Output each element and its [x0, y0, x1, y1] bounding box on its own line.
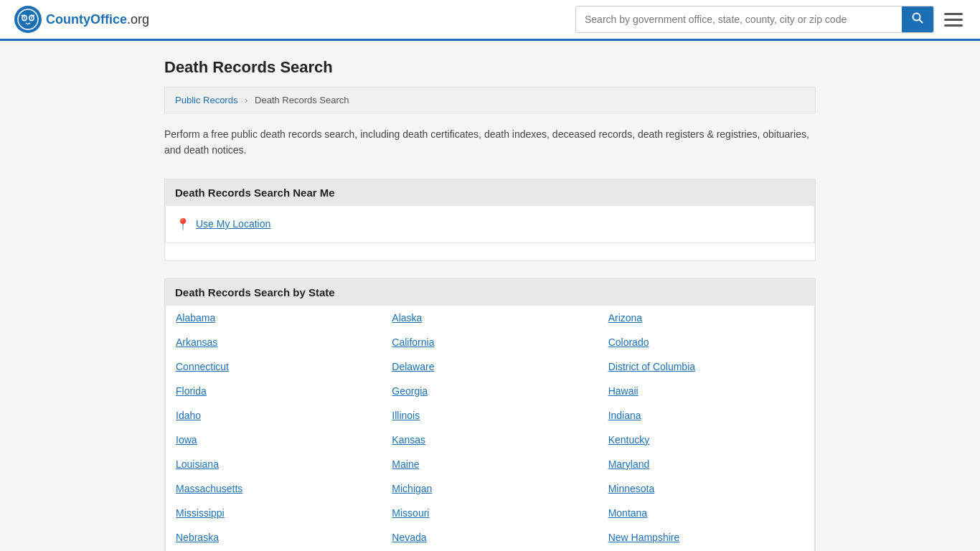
menu-line-1 [944, 13, 963, 15]
state-link[interactable]: Indiana [598, 403, 814, 428]
page-description: Perform a free public death records sear… [164, 126, 816, 159]
logo-text: CountyOffice.org [46, 12, 149, 27]
menu-button[interactable] [941, 10, 966, 29]
breadcrumb-separator: › [245, 95, 248, 105]
state-link[interactable]: Alabama [166, 306, 382, 330]
svg-line-9 [920, 20, 923, 24]
state-link[interactable]: Nebraska [166, 525, 382, 550]
state-link[interactable]: Connecticut [166, 354, 382, 379]
state-link[interactable]: Georgia [382, 379, 598, 403]
state-link[interactable]: Arkansas [166, 330, 382, 354]
state-link[interactable]: Hawaii [598, 379, 814, 403]
state-link[interactable]: Minnesota [598, 476, 814, 501]
state-link[interactable]: Maine [382, 452, 598, 476]
state-link[interactable]: Massachusetts [166, 476, 382, 501]
near-me-heading: Death Records Search Near Me [165, 179, 815, 206]
svg-point-8 [913, 14, 920, 21]
main-content: Death Records Search Public Records › De… [153, 58, 827, 551]
state-link[interactable]: Kansas [382, 428, 598, 452]
search-bar [575, 6, 934, 33]
state-link[interactable]: Nevada [382, 525, 598, 550]
use-my-location-link[interactable]: Use My Location [196, 218, 270, 230]
state-link[interactable]: Florida [166, 379, 382, 403]
breadcrumb: Public Records › Death Records Search [164, 87, 816, 113]
state-link[interactable]: Colorado [598, 330, 814, 354]
search-icon [912, 12, 923, 24]
by-state-heading: Death Records Search by State [165, 279, 815, 306]
state-link[interactable]: Michigan [382, 476, 598, 501]
page-title: Death Records Search [164, 58, 816, 77]
state-link[interactable]: Maryland [598, 452, 814, 476]
state-grid: AlabamaAlaskaArizonaArkansasCaliforniaCo… [166, 306, 814, 551]
logo-icon [14, 6, 42, 33]
breadcrumb-link-public-records[interactable]: Public Records [175, 95, 237, 105]
menu-line-3 [944, 24, 963, 27]
state-link[interactable]: Mississippi [166, 501, 382, 525]
by-state-section: Death Records Search by State AlabamaAla… [164, 278, 816, 551]
state-link[interactable]: Montana [598, 501, 814, 525]
logo[interactable]: CountyOffice.org [14, 6, 149, 33]
state-link[interactable]: Delaware [382, 354, 598, 379]
state-link[interactable]: Arizona [598, 306, 814, 330]
site-header: CountyOffice.org [0, 0, 980, 41]
location-pin-icon: 📍 [176, 217, 190, 231]
search-input[interactable] [576, 8, 902, 31]
location-row: 📍 Use My Location [176, 217, 804, 231]
state-link[interactable]: Iowa [166, 428, 382, 452]
svg-point-7 [31, 17, 32, 19]
state-link[interactable]: Alaska [382, 306, 598, 330]
near-me-section: Death Records Search Near Me 📍 Use My Lo… [164, 179, 816, 261]
state-link[interactable]: Illinois [382, 403, 598, 428]
state-link[interactable]: California [382, 330, 598, 354]
state-link[interactable]: District of Columbia [598, 354, 814, 379]
state-link[interactable]: Idaho [166, 403, 382, 428]
search-button[interactable] [902, 6, 933, 32]
near-me-body: 📍 Use My Location [165, 206, 815, 243]
svg-point-1 [18, 9, 38, 29]
state-link[interactable]: Kentucky [598, 428, 814, 452]
header-right [575, 6, 966, 33]
svg-point-6 [24, 17, 25, 19]
breadcrumb-current: Death Records Search [255, 95, 349, 105]
state-link[interactable]: New Hampshire [598, 525, 814, 550]
menu-line-2 [944, 19, 963, 21]
by-state-body: AlabamaAlaskaArizonaArkansasCaliforniaCo… [165, 306, 815, 551]
state-link[interactable]: Louisiana [166, 452, 382, 476]
state-link[interactable]: Missouri [382, 501, 598, 525]
